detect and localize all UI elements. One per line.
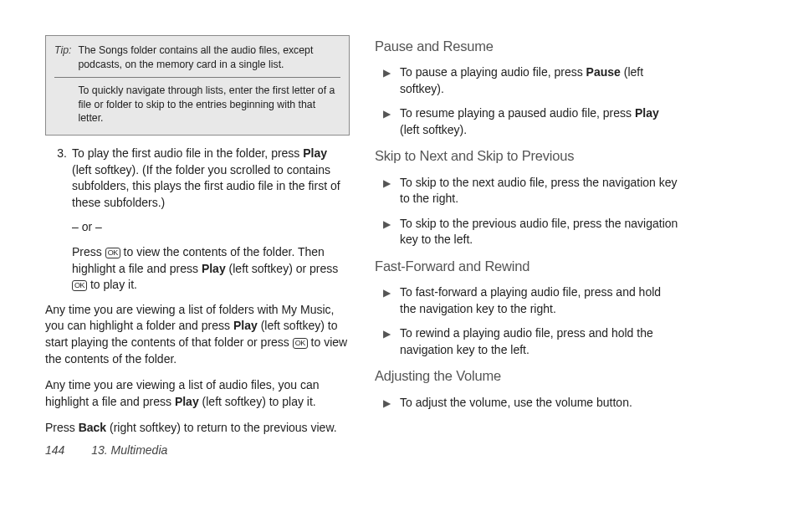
play-label-4: Play — [175, 395, 199, 408]
pause-label: Pause — [586, 65, 621, 79]
step-3-b: (left softkey). (If the folder you scrol… — [72, 163, 340, 209]
ok-key-icon: OK — [105, 248, 120, 258]
bullet-arrow-icon: ▶ — [383, 284, 400, 317]
pause2-a: To resume playing a paused audio file, p… — [400, 106, 635, 120]
bullet-pause-2-text: To resume playing a paused audio file, p… — [400, 105, 679, 138]
press-ok-a: Press — [72, 245, 105, 258]
skip1-text: To skip to the next audio file, press th… — [400, 175, 679, 207]
para-folders: Any time you are viewing a list of folde… — [45, 302, 350, 367]
skip2-text: To skip to the previous audio file, pres… — [400, 216, 679, 248]
bullet-arrow-icon: ▶ — [383, 175, 400, 207]
left-column: Tip: The Songs folder contains all the a… — [45, 35, 350, 447]
or-line: – or – — [45, 219, 350, 236]
para2-b: (left softkey) to play it. — [199, 395, 316, 408]
heading-pause: Pause and Resume — [375, 37, 679, 56]
para3-a: Press — [45, 421, 79, 434]
tip-row-2: Tip: To quickly navigate through lists, … — [54, 81, 340, 128]
step-3-text: To play the first audio file in the fold… — [72, 146, 350, 211]
para-files: Any time you are viewing a list of audio… — [45, 377, 350, 410]
tip-text-1: The Songs folder contains all the audio … — [78, 43, 340, 71]
bullet-arrow-icon: ▶ — [383, 325, 400, 358]
para3-b: (right softkey) to return to the previou… — [106, 421, 336, 434]
page-footer: 144 13. Multimedia — [45, 443, 167, 457]
back-label: Back — [79, 421, 106, 434]
play-label-5: Play — [635, 106, 659, 120]
right-column: Pause and Resume ▶ To pause a playing au… — [375, 35, 679, 447]
tip-separator — [54, 77, 340, 78]
ok-key-icon-3: OK — [293, 338, 308, 349]
play-label-2: Play — [202, 262, 226, 275]
bullet-ff-2: ▶ To rewind a playing audio file, press … — [383, 325, 679, 358]
pause2-b: (left softkey). — [400, 123, 467, 136]
para-back: Press Back (right softkey) to return to … — [45, 420, 350, 437]
play-label-3: Play — [233, 319, 258, 332]
section-title: 13. Multimedia — [91, 443, 167, 457]
pause1-a: To pause a playing audio file, press — [400, 65, 586, 79]
vol1-text: To adjust the volume, use the volume but… — [400, 395, 679, 412]
ff1-text: To fast-forward a playing audio file, pr… — [400, 284, 679, 317]
step-3-a: To play the first audio file in the fold… — [72, 146, 303, 160]
play-label: Play — [303, 146, 327, 160]
bullet-pause-1-text: To pause a playing audio file, press Pau… — [400, 64, 679, 97]
bullet-pause-1: ▶ To pause a playing audio file, press P… — [383, 64, 679, 97]
step-3: 3. To play the first audio file in the f… — [45, 146, 350, 211]
bullet-arrow-icon: ▶ — [383, 105, 400, 138]
tip-row-1: Tip: The Songs folder contains all the a… — [54, 41, 340, 74]
bullet-ff-1: ▶ To fast-forward a playing audio file, … — [383, 284, 679, 317]
ok-key-icon-2: OK — [72, 280, 87, 291]
ff2-text: To rewind a playing audio file, press an… — [400, 325, 679, 358]
heading-volume: Adjusting the Volume — [375, 366, 679, 386]
bullet-pause-2: ▶ To resume playing a paused audio file,… — [383, 105, 679, 138]
press-ok-para: Press OK to view the contents of the fol… — [45, 244, 350, 294]
left-body: 3. To play the first audio file in the f… — [45, 146, 350, 437]
bullet-arrow-icon: ▶ — [383, 216, 400, 248]
bullet-arrow-icon: ▶ — [383, 395, 400, 412]
press-ok-c: (left softkey) or press — [226, 262, 339, 275]
step-number: 3. — [45, 146, 72, 211]
tip-label: Tip: — [54, 43, 71, 71]
bullet-skip-1: ▶ To skip to the next audio file, press … — [383, 175, 679, 207]
tip-text-2: To quickly navigate through lists, enter… — [78, 84, 340, 125]
page-number: 144 — [45, 443, 64, 457]
tip-box: Tip: The Songs folder contains all the a… — [45, 35, 350, 136]
bullet-vol-1: ▶ To adjust the volume, use the volume b… — [383, 395, 679, 412]
document-page: Tip: The Songs folder contains all the a… — [0, 0, 716, 480]
bullet-skip-2: ▶ To skip to the previous audio file, pr… — [383, 216, 679, 248]
bullet-arrow-icon: ▶ — [383, 64, 400, 97]
heading-skip: Skip to Next and Skip to Previous — [375, 146, 679, 166]
heading-ff: Fast-Forward and Rewind — [375, 257, 679, 276]
column-layout: Tip: The Songs folder contains all the a… — [45, 35, 679, 447]
press-ok-d: to play it. — [87, 278, 137, 291]
